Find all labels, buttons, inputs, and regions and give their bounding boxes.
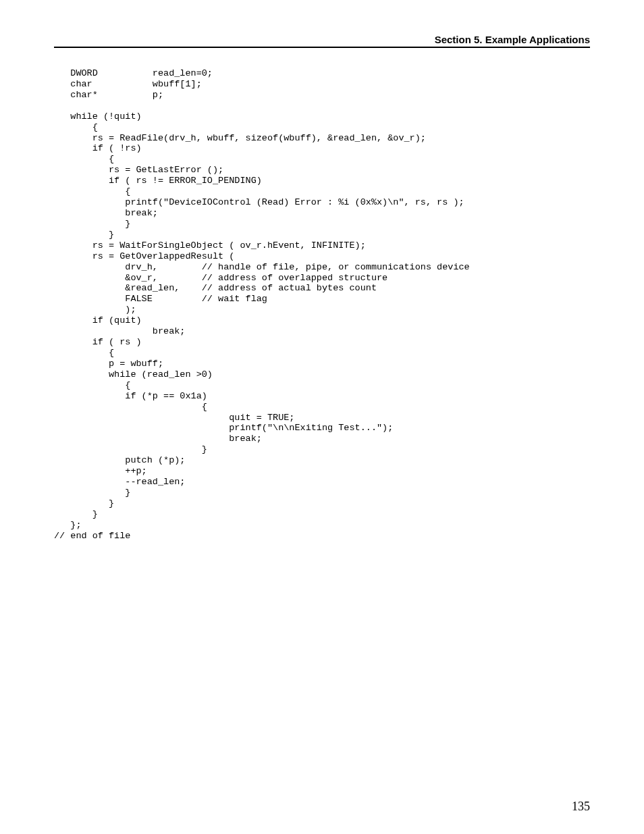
page-number: 135	[572, 800, 590, 814]
code-block: DWORD read_len=0; char wbuff[1]; char* p…	[54, 68, 590, 542]
page: Section 5. Example Applications DWORD re…	[0, 0, 644, 834]
page-header: Section 5. Example Applications	[54, 34, 590, 48]
